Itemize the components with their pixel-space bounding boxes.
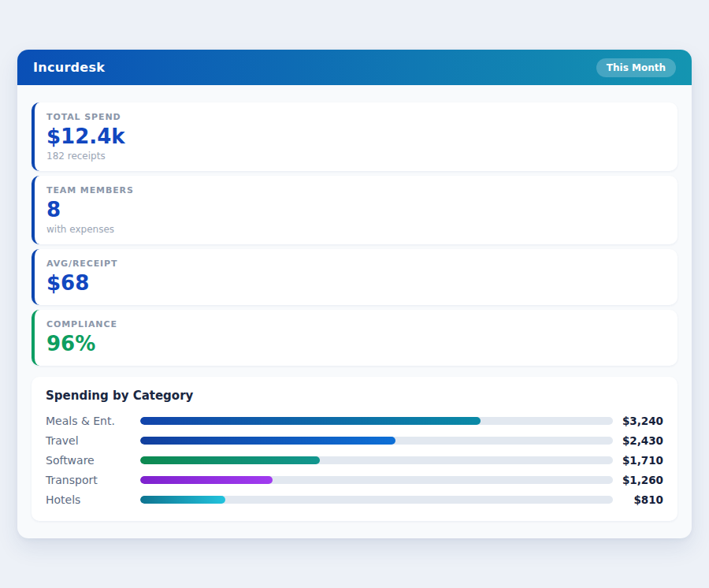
category-label: Meals & Ent. bbox=[46, 415, 140, 427]
bar-track bbox=[140, 496, 613, 504]
stat-subtext: 182 receipts bbox=[46, 151, 663, 162]
category-row: Hotels $810 bbox=[46, 490, 663, 510]
stat-value: $12.4k bbox=[46, 125, 663, 149]
bar-fill bbox=[140, 496, 225, 504]
bar-track bbox=[140, 476, 613, 484]
bar-fill bbox=[140, 456, 320, 464]
stat-card: AVG/RECEIPT $68 bbox=[32, 249, 677, 305]
dashboard-panel: Incurdesk This Month TOTAL SPEND $12.4k … bbox=[17, 50, 692, 538]
stat-card: TOTAL SPEND $12.4k 182 receipts bbox=[32, 102, 677, 171]
bar-fill bbox=[140, 437, 395, 445]
category-label: Transport bbox=[46, 474, 140, 486]
stat-label: TEAM MEMBERS bbox=[46, 185, 663, 195]
stat-card: COMPLIANCE 96% bbox=[32, 310, 677, 366]
category-label: Hotels bbox=[46, 493, 140, 506]
bar-track bbox=[140, 417, 613, 425]
period-badge[interactable]: This Month bbox=[596, 58, 676, 77]
category-value: $2,430 bbox=[613, 434, 663, 447]
category-row: Travel $2,430 bbox=[46, 431, 663, 451]
category-value: $1,710 bbox=[613, 454, 663, 467]
category-row: Transport $1,260 bbox=[46, 471, 663, 490]
stat-value: 96% bbox=[46, 333, 663, 356]
category-row: Meals & Ent. $3,240 bbox=[46, 411, 663, 431]
stat-label: TOTAL SPEND bbox=[46, 112, 663, 122]
panel-content: TOTAL SPEND $12.4k 182 receipts TEAM MEM… bbox=[17, 85, 692, 538]
stat-value: $68 bbox=[46, 272, 663, 296]
bar-fill bbox=[140, 417, 481, 425]
category-label: Software bbox=[46, 454, 140, 467]
chart-title: Spending by Category bbox=[46, 389, 663, 403]
category-row: Software $1,710 bbox=[46, 451, 663, 471]
bar-track bbox=[140, 456, 613, 464]
bar-track bbox=[140, 437, 613, 445]
app-title: Incurdesk bbox=[33, 60, 105, 75]
app-header: Incurdesk This Month bbox=[17, 50, 692, 85]
spending-chart-card: Spending by Category Meals & Ent. $3,240… bbox=[32, 377, 677, 521]
category-value: $3,240 bbox=[613, 415, 663, 427]
category-value: $810 bbox=[613, 493, 663, 506]
category-value: $1,260 bbox=[613, 474, 663, 486]
stat-subtext: with expenses bbox=[46, 224, 663, 235]
bar-fill bbox=[140, 476, 273, 484]
category-label: Travel bbox=[46, 434, 140, 447]
stat-value: 8 bbox=[46, 199, 663, 222]
stat-label: AVG/RECEIPT bbox=[46, 259, 663, 269]
stat-label: COMPLIANCE bbox=[46, 319, 663, 329]
stat-card: TEAM MEMBERS 8 with expenses bbox=[32, 176, 677, 244]
